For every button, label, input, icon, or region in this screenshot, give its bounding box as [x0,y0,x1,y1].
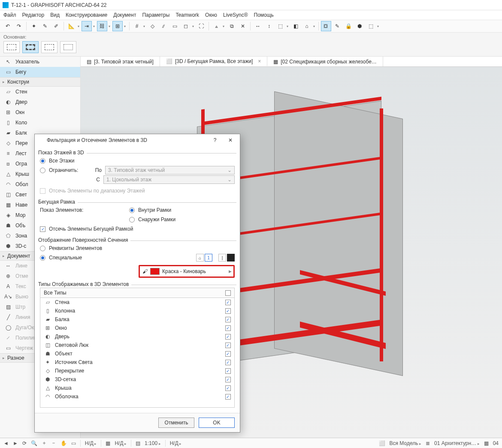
dropdown-icon[interactable]: ▾ [123,21,127,31]
marquee-mode-fade[interactable] [60,41,76,53]
menu-help[interactable]: Помощь [254,12,274,18]
line-weight-icon[interactable]: | [218,254,226,262]
status-zoom[interactable]: Н/Д [170,440,182,446]
type-checkbox[interactable] [225,334,231,340]
tool-r[interactable]: ⬚ [366,21,376,31]
pen-number[interactable]: 1 [205,254,212,262]
type-checkbox[interactable] [225,377,231,382]
tool-a[interactable]: ◇ [147,21,157,31]
menu-file[interactable]: Файл [3,12,16,18]
tool-j[interactable]: ↕ [264,21,274,31]
dropdown-icon[interactable]: ▾ [191,21,195,31]
tool-d[interactable]: ◻ [181,21,191,31]
redo-button[interactable]: ↷ [14,21,24,31]
tool-h[interactable]: ✕ [238,21,248,31]
type-checkbox[interactable] [225,308,231,314]
cancel-button[interactable]: Отменить [158,418,194,428]
dropdown-icon[interactable]: ▾ [285,21,290,31]
pen-icon[interactable]: ⌂ [196,254,204,262]
radio-inside[interactable] [129,207,135,213]
help-button[interactable]: ? [209,136,221,144]
menu-livesync[interactable]: LiveSync® [223,12,248,18]
radio-limit-stories[interactable] [40,168,45,173]
all-types-checkbox[interactable] [225,290,231,296]
status-field-1[interactable]: Н/Д [85,440,97,446]
zoom-in-icon[interactable]: ＋ [42,439,47,447]
hand-icon[interactable]: ✋ [60,440,67,446]
tool-door[interactable]: ◐Двер [0,97,80,107]
status-layers[interactable]: 01 Архитектурн… [434,440,480,446]
zoom-fit-icon[interactable]: 🔍 [31,440,37,446]
tool-i[interactable]: ↔ [253,21,263,31]
type-checkbox[interactable] [225,300,231,305]
tool-b[interactable]: ⫽ [158,21,169,31]
tool-m[interactable]: ⌂ [302,21,312,31]
dropdown-icon[interactable]: ▾ [312,21,316,31]
close-icon[interactable]: × [258,58,261,64]
marquee-mode-thick[interactable] [22,41,39,53]
type-checkbox[interactable] [225,351,231,357]
menu-options[interactable]: Параметры [142,12,169,18]
tool-f[interactable]: ⟁ [211,21,221,31]
line-color-icon[interactable] [227,254,235,262]
menu-design[interactable]: Конструирование [66,12,107,18]
dropdown-icon[interactable]: ▾ [76,21,81,31]
status-scale[interactable]: 1:100 [145,440,161,446]
dropdown-icon[interactable]: ▾ [107,21,112,31]
radio-outside[interactable] [129,217,135,222]
type-checkbox[interactable] [225,394,231,400]
surface-material-picker[interactable]: 🖌 Краска - Киноварь ▶ [139,265,235,278]
guideline-button[interactable]: ⇥ [82,21,92,31]
syringe-icon[interactable]: ✐ [51,21,61,31]
tool-c[interactable]: ▭ [169,21,180,31]
grid-icon[interactable]: ▦ [106,440,110,446]
tab-schedule[interactable]: ▦[02 Спецификация сборных железобе… [267,57,383,66]
trim-marquee-checkbox[interactable] [40,226,45,232]
type-checkbox[interactable] [225,343,231,348]
dropdown-icon[interactable]: ▾ [221,21,226,31]
menu-teamwork[interactable]: Teamwork [175,12,199,18]
dropdown-icon[interactable]: ▾ [376,21,380,31]
tool-l[interactable]: ◧ [290,21,301,31]
radio-all-stories[interactable] [40,158,45,164]
grid-button[interactable]: # [132,21,142,31]
ok-button[interactable]: OK [199,418,235,428]
tool-n[interactable]: ⛋ [321,21,331,31]
story-from-select[interactable]: 1. Цокольный этаж [103,175,235,184]
type-checkbox[interactable] [225,385,231,391]
tool-column[interactable]: ▯Коло [0,117,80,128]
eyedropper-icon[interactable]: ✎ [40,21,50,31]
type-checkbox[interactable] [225,360,231,365]
menu-document[interactable]: Документ [113,12,136,18]
type-checkbox[interactable] [225,317,231,322]
dropdown-icon[interactable]: ▾ [142,21,146,31]
close-button[interactable]: ✕ [224,136,236,144]
tab-3d[interactable]: ⬜[3D / Бегущая Рамка, Все этажи]× [160,57,267,66]
status-pen[interactable]: 04 [493,440,499,446]
tool-window[interactable]: ⊞Окн [0,107,80,117]
status-model[interactable]: Вся Модель [390,440,421,446]
tool-o[interactable]: ✎ [332,21,342,31]
status-field-2[interactable]: Н/Д [115,440,127,446]
tool-k[interactable]: ⬚ [275,21,285,31]
dropdown-icon[interactable]: ▾ [92,21,96,31]
zoom-out-icon[interactable]: － [51,439,56,447]
tool-p[interactable]: 🔒 [343,21,354,31]
tool-wall[interactable]: ▱Стен [0,87,80,97]
type-checkbox[interactable] [225,325,231,331]
tool-e[interactable]: ⛶ [196,21,206,31]
nav-right-icon[interactable]: ► [13,440,18,446]
radio-special[interactable] [40,255,45,261]
tab-floorplan[interactable]: ▤[3. Типовой этаж четный] [81,57,160,66]
group-design[interactable]: Конструи [0,77,80,87]
snap-button[interactable]: ⛓ [97,21,107,31]
types-header[interactable]: Все Типы [40,288,235,298]
refresh-icon[interactable]: ⟳ [22,440,27,446]
tool-marquee[interactable]: ▭Бегу [0,67,80,77]
frame-icon[interactable]: ▭ [71,440,76,446]
radio-attrs[interactable] [40,246,45,251]
menu-window[interactable]: Окно [205,12,217,18]
nav-left-icon[interactable]: ◄ [3,440,9,446]
type-checkbox[interactable] [225,368,231,374]
types-list[interactable]: ▱Стена ▯Колонна ▰Балка ⊞Окно ◐Дверь ◫Све… [40,298,235,408]
